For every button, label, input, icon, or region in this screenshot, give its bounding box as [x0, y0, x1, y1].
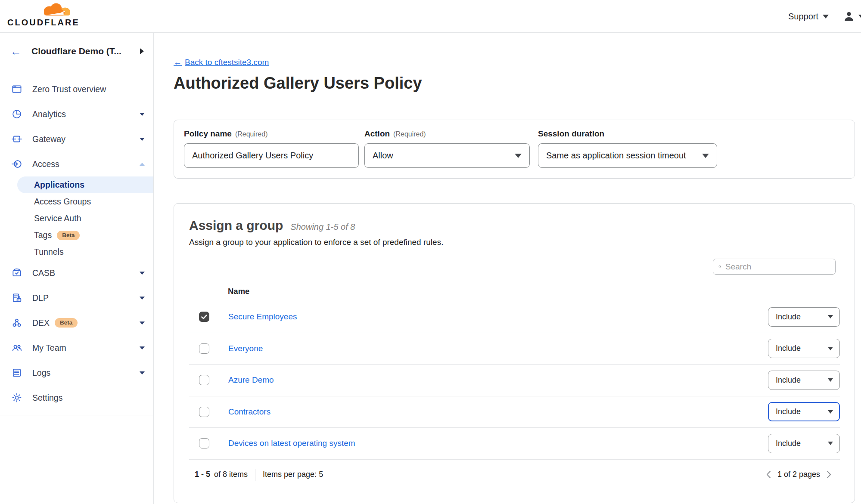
action-select-value: Allow	[373, 151, 393, 161]
cloudflare-zero-trust-app: CLOUDFLARE Support ← Cloudflare Demo (T.…	[0, 0, 861, 504]
sidebar-item-service-auth[interactable]: Service Auth	[0, 210, 153, 227]
row-action-value: Include	[776, 376, 801, 385]
main-content: ← Back to cftestsite3.com Authorized Gal…	[154, 33, 861, 504]
row-action-select[interactable]: Include	[768, 339, 840, 358]
chevron-down-icon	[140, 113, 145, 116]
assign-group-title: Assign a group	[189, 218, 283, 233]
casb-check-icon	[11, 267, 22, 278]
group-name-link[interactable]: Everyone	[228, 344, 263, 353]
groups-table-header: Name	[189, 281, 840, 301]
group-search-input[interactable]	[725, 262, 831, 272]
document-lock-icon	[11, 292, 22, 303]
beta-badge: Beta	[55, 318, 78, 328]
chevron-down-icon	[140, 138, 145, 141]
row-action-select[interactable]: Include	[768, 371, 840, 390]
user-icon	[842, 10, 855, 23]
chevron-down-icon	[140, 371, 145, 374]
network-nodes-icon	[11, 317, 22, 328]
sidebar-item-label: DLP	[32, 293, 49, 303]
sidebar-item-label: DEX	[32, 318, 50, 328]
chevron-down-icon	[828, 378, 833, 382]
sidebar-item-label: Analytics	[32, 109, 66, 119]
sidebar-account-header: ← Cloudflare Demo (T...	[0, 33, 153, 70]
gateway-icon	[11, 133, 22, 145]
row-checkbox[interactable]	[199, 375, 209, 385]
row-checkbox[interactable]	[199, 312, 209, 322]
policy-name-input[interactable]	[184, 143, 359, 168]
chevron-down-icon	[828, 347, 833, 350]
sidebar-item-gateway[interactable]: Gateway	[0, 127, 153, 152]
session-duration-select[interactable]: Same as application session timeout	[538, 143, 717, 168]
pagination-range: 1 - 5	[195, 470, 210, 479]
name-column-header: Name	[228, 287, 249, 296]
expand-right-icon[interactable]	[140, 48, 144, 54]
sidebar-item-label: Gateway	[32, 134, 65, 144]
sidebar-item-settings[interactable]: Settings	[0, 385, 153, 410]
sidebar-item-my-team[interactable]: My Team	[0, 335, 153, 360]
support-menu[interactable]: Support	[788, 12, 829, 22]
row-checkbox[interactable]	[199, 407, 209, 417]
row-action-select[interactable]: Include	[768, 434, 840, 453]
assign-group-count: Showing 1-5 of 8	[290, 222, 355, 232]
sidebar-item-label: Settings	[32, 393, 62, 403]
chevron-right-icon	[827, 470, 831, 479]
chevron-down-icon	[702, 154, 709, 158]
account-name: Cloudflare Demo (T...	[31, 46, 140, 56]
user-menu[interactable]	[842, 10, 861, 23]
sidebar-item-logs[interactable]: Logs	[0, 360, 153, 385]
beta-badge: Beta	[57, 231, 80, 240]
row-checkbox[interactable]	[199, 343, 209, 354]
sidebar-item-casb[interactable]: CASB	[0, 260, 153, 285]
action-select[interactable]: Allow	[364, 143, 530, 168]
previous-page-button[interactable]	[766, 470, 771, 479]
group-name-link[interactable]: Contractors	[228, 407, 270, 417]
sidebar-item-access[interactable]: Access	[0, 152, 153, 176]
sidebar-item-applications[interactable]: Applications	[17, 176, 153, 193]
sidebar-item-label: Logs	[32, 368, 50, 378]
analytics-pie-icon	[11, 108, 22, 120]
action-field: Action (Required) Allow	[364, 129, 530, 168]
access-login-icon	[11, 158, 22, 170]
groups-table: Name Secure Employees Include	[189, 281, 840, 490]
cloudflare-cloud-icon	[38, 1, 72, 19]
sidebar-item-label: CASB	[32, 268, 55, 278]
sidebar-subitem-label: Tags	[34, 230, 52, 240]
sidebar-item-analytics[interactable]: Analytics	[0, 102, 153, 127]
group-name-link[interactable]: Secure Employees	[228, 312, 297, 322]
back-arrow-icon: ←	[174, 58, 182, 67]
table-row: Secure Employees Include	[189, 301, 840, 333]
people-icon	[11, 342, 22, 353]
chevron-down-icon	[828, 410, 833, 414]
assign-group-card: Assign a group Showing 1-5 of 8 Assign a…	[174, 203, 855, 503]
search-icon	[718, 263, 721, 270]
sidebar-item-dex[interactable]: DEX Beta	[0, 310, 153, 335]
sidebar-item-access-groups[interactable]: Access Groups	[0, 193, 153, 210]
check-icon	[201, 315, 207, 319]
group-name-link[interactable]: Azure Demo	[228, 375, 274, 385]
sidebar-item-label: My Team	[32, 343, 66, 353]
list-panel-icon	[11, 367, 22, 378]
table-row: Devices on latest operating system Inclu…	[189, 428, 840, 460]
sidebar-subitem-label: Tunnels	[34, 247, 64, 257]
sidebar-item-label: Access	[32, 159, 59, 169]
top-bar-right: Support	[788, 0, 861, 33]
next-page-button[interactable]	[827, 470, 831, 479]
session-duration-label: Session duration	[538, 129, 604, 139]
group-search	[713, 259, 836, 275]
cloudflare-logo[interactable]: CLOUDFLARE	[7, 1, 72, 26]
back-to-site-link[interactable]: ← Back to cftestsite3.com	[174, 58, 269, 67]
chevron-down-icon	[828, 442, 833, 445]
group-name-link[interactable]: Devices on latest operating system	[228, 439, 355, 448]
row-action-select[interactable]: Include	[768, 402, 840, 421]
sidebar-divider	[0, 415, 153, 415]
page-title: Authorized Gallery Users Policy	[174, 73, 861, 93]
sidebar-subitem-label: Access Groups	[34, 197, 91, 207]
sidebar-item-tunnels[interactable]: Tunnels	[0, 244, 153, 260]
cloudflare-logo-text: CLOUDFLARE	[7, 19, 72, 26]
row-action-select[interactable]: Include	[768, 307, 840, 327]
back-arrow-icon[interactable]: ←	[10, 46, 22, 57]
row-checkbox[interactable]	[199, 438, 209, 448]
sidebar-item-tags[interactable]: Tags Beta	[0, 227, 153, 244]
sidebar-item-dlp[interactable]: DLP	[0, 285, 153, 310]
sidebar-item-zero-trust-overview[interactable]: Zero Trust overview	[0, 77, 153, 102]
